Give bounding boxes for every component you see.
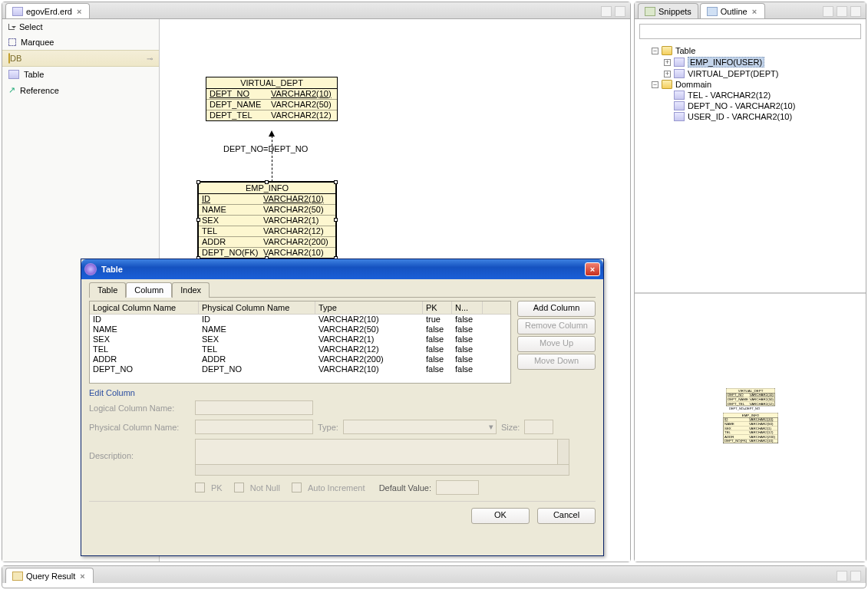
dialog-tab-table[interactable]: Table: [89, 282, 126, 298]
expand-icon[interactable]: +: [664, 59, 671, 66]
palette-db-header[interactable]: DB⊸: [2, 50, 159, 67]
logical-name-input[interactable]: [195, 400, 313, 415]
tree-domain-userid[interactable]: USER_ID - VARCHAR2(10): [664, 111, 861, 122]
column-row[interactable]: DEPT_TELVARCHAR2(12): [726, 401, 774, 406]
collapse-icon[interactable]: −: [652, 48, 658, 54]
add-column-button[interactable]: Add Column: [517, 301, 596, 317]
view-menu-icon[interactable]: [823, 6, 833, 17]
column-row[interactable]: NAMEVARCHAR2(50): [199, 204, 335, 215]
column-row[interactable]: ADDRVARCHAR2(200): [723, 434, 777, 439]
autoincrement-checkbox[interactable]: [292, 483, 302, 493]
default-value-label: Default Value:: [379, 483, 431, 493]
column-row[interactable]: IDVARCHAR2(10): [723, 417, 777, 421]
tree-emp-info[interactable]: +EMP_INFO(USER): [664, 56, 861, 68]
entity-virtual-dept[interactable]: VIRTUAL_DEPT DEPT_NOVARCHAR2(10)DEPT_NAM…: [206, 77, 338, 121]
scrollbar-vertical[interactable]: [557, 440, 569, 464]
cancel-button[interactable]: Cancel: [537, 508, 596, 524]
query-icon: [12, 572, 23, 581]
close-button[interactable]: ×: [585, 262, 600, 276]
default-value-input[interactable]: [436, 480, 479, 495]
column-row[interactable]: DEPT_NOVARCHAR2(10): [206, 89, 337, 99]
expand-icon[interactable]: +: [664, 71, 671, 77]
table-dialog: Table × Table Column Index Logical Colum…: [81, 259, 604, 556]
move-down-button[interactable]: Move Down: [517, 354, 596, 370]
ok-button[interactable]: OK: [471, 508, 530, 524]
header-pk[interactable]: PK: [423, 301, 452, 314]
physical-name-input[interactable]: [195, 420, 313, 434]
palette-marquee[interactable]: Marquee: [2, 35, 159, 50]
column-row[interactable]: DEPT_NOVARCHAR2(10): [726, 393, 774, 397]
tab-query-result[interactable]: Query Result×: [5, 568, 94, 583]
type-select[interactable]: ▾: [343, 420, 497, 434]
entity-title: VIRTUAL_DEPT: [206, 77, 337, 89]
maximize-icon[interactable]: [850, 6, 861, 17]
column-row[interactable]: DEPT_NAMEVARCHAR2(50): [726, 397, 774, 401]
grid-row[interactable]: ADDRADDRVARCHAR2(200)falsefalse: [90, 354, 510, 364]
tree-virtual-dept[interactable]: +VIRTUAL_DEPT(DEPT): [664, 68, 861, 79]
palette-table[interactable]: Table: [2, 67, 159, 82]
dialog-tab-column[interactable]: Column: [126, 282, 172, 298]
description-label: Description:: [89, 439, 190, 460]
palette-select[interactable]: Select: [2, 19, 159, 35]
notnull-checkbox[interactable]: [234, 483, 244, 493]
tree-domain-deptno[interactable]: DEPT_NO - VARCHAR2(10): [664, 100, 861, 111]
column-row[interactable]: TELVARCHAR2(12): [199, 226, 335, 236]
eclipse-icon: [84, 263, 97, 275]
header-logical[interactable]: Logical Column Name: [90, 301, 199, 314]
column-row[interactable]: TELVARCHAR2(12): [723, 430, 777, 434]
column-row[interactable]: NAMEVARCHAR2(50): [723, 421, 777, 426]
outline-minimap[interactable]: VIRTUAL_DEPT DEPT_NOVARCHAR2(10)DEPT_NAM…: [635, 293, 866, 562]
tree-table-node[interactable]: −Table: [652, 45, 861, 56]
size-input[interactable]: [524, 420, 553, 434]
dialog-titlebar[interactable]: Table ×: [81, 259, 603, 279]
grid-row[interactable]: SEXSEXVARCHAR2(1)falsefalse: [90, 334, 510, 344]
table-icon: [8, 70, 19, 79]
column-row[interactable]: SEXVARCHAR2(1): [723, 426, 777, 430]
collapse-icon[interactable]: −: [652, 81, 658, 88]
minimize-icon[interactable]: [601, 6, 612, 17]
outline-filter-input[interactable]: [639, 24, 861, 39]
grid-row[interactable]: IDIDVARCHAR2(10)truefalse: [90, 315, 510, 325]
pk-checkbox[interactable]: [195, 483, 205, 493]
close-icon[interactable]: ×: [78, 572, 86, 581]
move-up-button[interactable]: Move Up: [517, 336, 596, 352]
tab-snippets[interactable]: Snippets: [638, 3, 698, 18]
editor-tab-egoverd[interactable]: egovErd.erd ×: [5, 3, 90, 18]
column-row[interactable]: DEPT_NAMEVARCHAR2(50): [206, 99, 337, 110]
grid-row[interactable]: TELTELVARCHAR2(12)falsefalse: [90, 344, 510, 354]
header-physical[interactable]: Physical Column Name: [199, 301, 315, 314]
tree-dommain-node[interactable]: −Dommain: [652, 79, 861, 90]
palette-reference[interactable]: ↗Reference: [2, 82, 159, 98]
table-icon: [674, 69, 685, 78]
grid-header: Logical Column Name Physical Column Name…: [90, 301, 510, 315]
outline-tree[interactable]: −Table +EMP_INFO(USER) +VIRTUAL_DEPT(DEP…: [635, 39, 866, 293]
pin-icon[interactable]: ⊸: [147, 54, 153, 63]
grid-row[interactable]: NAMENAMEVARCHAR2(50)falsefalse: [90, 325, 510, 334]
tree-domain-tel[interactable]: TEL - VARCHAR2(12): [664, 90, 861, 100]
description-textarea[interactable]: [195, 439, 569, 476]
relation-line[interactable]: [272, 136, 272, 182]
close-icon[interactable]: ×: [75, 7, 83, 16]
columns-grid[interactable]: Logical Column Name Physical Column Name…: [89, 301, 511, 384]
column-row[interactable]: IDVARCHAR2(10): [199, 194, 335, 204]
minimize-icon[interactable]: [837, 6, 847, 17]
grid-row[interactable]: DEPT_NODEPT_NOVARCHAR2(10)falsefalse: [90, 364, 510, 374]
snippets-icon: [645, 7, 655, 16]
dialog-tab-index[interactable]: Index: [172, 282, 210, 298]
remove-column-button[interactable]: Remove Column: [517, 318, 596, 334]
column-row[interactable]: SEXVARCHAR2(1): [199, 215, 335, 226]
maximize-icon[interactable]: [615, 6, 625, 17]
tab-outline[interactable]: Outline×: [700, 3, 765, 18]
close-icon[interactable]: ×: [751, 7, 758, 16]
header-nn[interactable]: N...: [452, 301, 483, 314]
minimize-icon[interactable]: [837, 571, 847, 581]
column-row[interactable]: ADDRVARCHAR2(200): [199, 236, 335, 247]
column-row[interactable]: DEPT_TELVARCHAR2(12): [206, 110, 337, 120]
maximize-icon[interactable]: [850, 571, 861, 581]
relation-label: DEPT_NO=DEPT_NO: [223, 144, 308, 153]
header-type[interactable]: Type: [315, 301, 423, 314]
column-row[interactable]: DEPT_NO(FK)VARCHAR2(10): [723, 439, 777, 443]
entity-emp-info[interactable]: EMP_INFO IDVARCHAR2(10)NAMEVARCHAR2(50)S…: [198, 182, 336, 259]
table-icon: [674, 58, 685, 67]
scrollbar-horizontal[interactable]: [196, 464, 569, 475]
